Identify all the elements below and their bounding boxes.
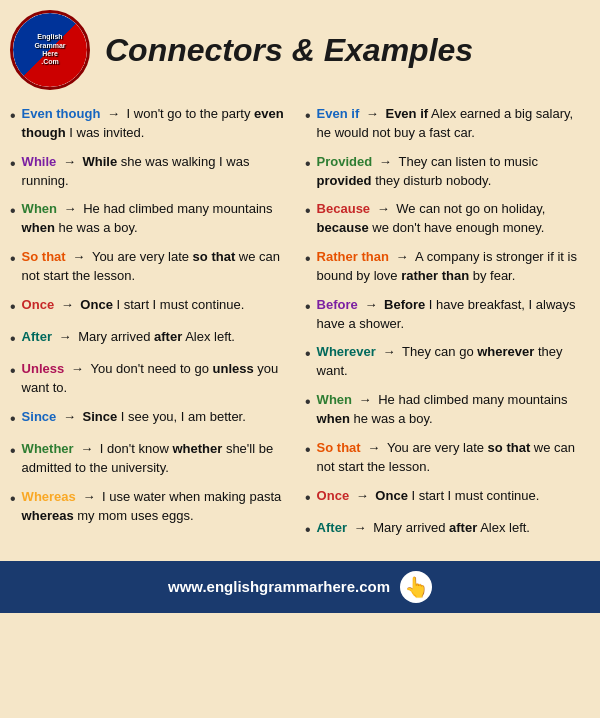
connector-label: Once: [22, 297, 55, 312]
arrow-icon: →: [55, 329, 75, 344]
arrow-icon: →: [352, 488, 372, 503]
list-item: Once → Once I start I must continue.: [10, 296, 295, 318]
left-column: Even though → I won't go to the party ev…: [10, 105, 295, 551]
arrow-icon: →: [392, 249, 412, 264]
connector-label: Because: [317, 201, 370, 216]
bold-connector: Once: [375, 488, 408, 503]
connector-label: After: [317, 520, 347, 535]
arrow-icon: →: [79, 489, 99, 504]
arrow-icon: →: [350, 520, 370, 535]
list-item: Once → Once I start I must continue.: [305, 487, 590, 509]
connector-label: Unless: [22, 361, 65, 376]
list-item: Since → Since I see you, I am better.: [10, 408, 295, 430]
bold-connector: unless: [213, 361, 254, 376]
bold-connector: after: [154, 329, 182, 344]
arrow-icon: →: [69, 249, 89, 264]
connector-label: Once: [317, 488, 350, 503]
list-item: While → While she was walking I was runn…: [10, 153, 295, 191]
bold-connector: after: [449, 520, 477, 535]
connector-label: After: [22, 329, 52, 344]
list-item: Wherever → They can go wherever they wan…: [305, 343, 590, 381]
list-item: Provided → They can listen to music prov…: [305, 153, 590, 191]
connector-label: Even though: [22, 106, 101, 121]
bold-connector: Once: [80, 297, 113, 312]
connector-label: Rather than: [317, 249, 389, 264]
logo: EnglishGrammarHere.Com: [10, 10, 90, 90]
bold-connector: wherever: [477, 344, 534, 359]
arrow-icon: →: [59, 409, 79, 424]
bold-connector: Even if: [385, 106, 428, 121]
list-item: When → He had climbed many mountains whe…: [305, 391, 590, 429]
list-item: Even though → I won't go to the party ev…: [10, 105, 295, 143]
connector-label: Since: [22, 409, 57, 424]
list-item: Whether → I don't know whether she'll be…: [10, 440, 295, 478]
connector-label: When: [22, 201, 57, 216]
bold-connector: Since: [83, 409, 118, 424]
bold-connector: rather than: [401, 268, 469, 283]
arrow-icon: →: [361, 297, 381, 312]
bold-connector: Before: [384, 297, 425, 312]
list-item: After → Mary arrived after Alex left.: [305, 519, 590, 541]
connector-label: Whether: [22, 441, 74, 456]
bold-connector: when: [22, 220, 55, 235]
page-title: Connectors & Examples: [105, 32, 473, 69]
bold-connector: because: [317, 220, 369, 235]
arrow-icon: →: [362, 106, 382, 121]
list-item: Because → We can not go on holiday, beca…: [305, 200, 590, 238]
bold-connector: whether: [172, 441, 222, 456]
bold-connector: While: [83, 154, 118, 169]
connector-label: So that: [22, 249, 66, 264]
arrow-icon: →: [373, 201, 393, 216]
arrow-icon: →: [57, 297, 77, 312]
header: EnglishGrammarHere.Com Connectors & Exam…: [0, 0, 600, 100]
hand-icon: 👆: [400, 571, 432, 603]
footer-url: www.englishgrammarhere.com: [168, 578, 390, 595]
connector-label: Before: [317, 297, 358, 312]
connector-label: Whereas: [22, 489, 76, 504]
list-item: Even if → Even if Alex earned a big sala…: [305, 105, 590, 143]
connector-label: Provided: [317, 154, 373, 169]
arrow-icon: →: [379, 344, 399, 359]
footer: www.englishgrammarhere.com 👆: [0, 561, 600, 613]
list-item: Unless → You don't need to go unless you…: [10, 360, 295, 398]
arrow-icon: →: [67, 361, 87, 376]
list-item: So that → You are very late so that we c…: [305, 439, 590, 477]
connector-label: While: [22, 154, 57, 169]
arrow-icon: →: [77, 441, 97, 456]
connector-label: So that: [317, 440, 361, 455]
arrow-icon: →: [355, 392, 375, 407]
bold-connector: whereas: [22, 508, 74, 523]
connector-label: Even if: [317, 106, 360, 121]
bold-connector: so that: [488, 440, 531, 455]
bold-connector: so that: [193, 249, 236, 264]
bold-connector: provided: [317, 173, 372, 188]
arrow-icon: →: [60, 201, 80, 216]
arrow-icon: →: [375, 154, 395, 169]
connector-label: When: [317, 392, 352, 407]
arrow-icon: →: [103, 106, 123, 121]
list-item: Rather than → A company is stronger if i…: [305, 248, 590, 286]
list-item: Before → Before I have breakfast, I alwa…: [305, 296, 590, 334]
list-item: When → He had climbed many mountains whe…: [10, 200, 295, 238]
content-area: Even though → I won't go to the party ev…: [0, 100, 600, 561]
arrow-icon: →: [364, 440, 384, 455]
list-item: So that → You are very late so that we c…: [10, 248, 295, 286]
connector-label: Wherever: [317, 344, 376, 359]
list-item: Whereas → I use water when making pasta …: [10, 488, 295, 526]
list-item: After → Mary arrived after Alex left.: [10, 328, 295, 350]
bold-connector: when: [317, 411, 350, 426]
right-column: Even if → Even if Alex earned a big sala…: [305, 105, 590, 551]
arrow-icon: →: [59, 154, 79, 169]
